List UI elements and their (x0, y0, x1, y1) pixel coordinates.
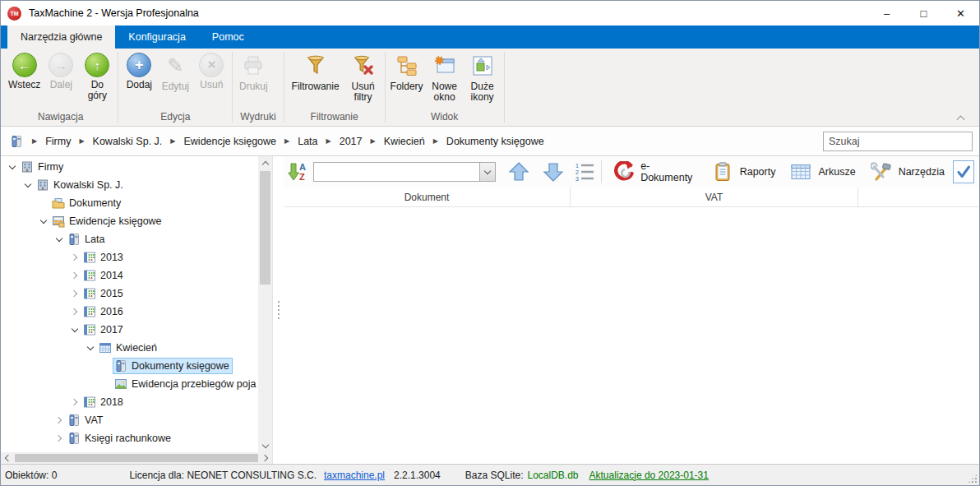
panel-splitter[interactable] (273, 156, 284, 464)
back-icon: ← (12, 53, 37, 77)
column-header-empty[interactable] (858, 187, 979, 206)
title-bar: TM TaxMachine 2 - Wersja Profesjonalna –… (1, 1, 979, 25)
arkusze-button[interactable]: Arkusze (782, 160, 862, 184)
narzedzia-button[interactable]: Narzędzia (862, 160, 951, 184)
folders-tree-icon (394, 53, 420, 79)
chevron-down-icon[interactable] (37, 215, 50, 228)
picture-icon (114, 377, 127, 391)
tree-item-dokumenty-ksiegowe[interactable]: Dokumenty księgowe (1, 357, 258, 375)
tab-pomoc[interactable]: Pomoc (199, 25, 257, 49)
breadcrumb-root-icon[interactable] (9, 134, 24, 149)
scroll-left-icon[interactable] (1, 452, 13, 464)
scroll-up-icon[interactable] (258, 156, 272, 169)
filtrowanie-button[interactable]: Filtrowanie (287, 51, 344, 92)
tree-item-firmy[interactable]: Firmy (1, 158, 258, 176)
toolbar-separator (601, 160, 602, 183)
e-dokumenty-button[interactable]: e-Dokumenty (606, 160, 703, 184)
tree-item-kwiecien[interactable]: Kwiecień (1, 339, 258, 357)
tree-item-kowalski[interactable]: Kowalski Sp. J. (1, 176, 258, 194)
tree-item-ewidencje-ksiegowe[interactable]: Ewidencje księgowe (1, 212, 258, 230)
sort-az-icon[interactable]: AZ (287, 160, 310, 184)
tree-item-2016[interactable]: 2016 (1, 303, 258, 321)
clipboard-icon (710, 160, 735, 184)
breadcrumb-firmy[interactable]: Firmy (45, 136, 71, 147)
raporty-button[interactable]: Raporty (704, 160, 783, 184)
resize-grip[interactable] (968, 474, 978, 484)
chevron-down-icon[interactable] (84, 341, 97, 354)
tree-item-2018[interactable]: 2018 (1, 393, 258, 411)
chevron-down-icon[interactable] (6, 160, 19, 174)
tree-item-ksiegi-rachunkowe[interactable]: Księgi rachunkowe (1, 429, 258, 447)
books-icon (67, 432, 81, 445)
search-input[interactable] (823, 132, 973, 151)
drukuj-button[interactable]: Drukuj (235, 51, 271, 92)
check-icon (955, 164, 972, 180)
dalej-button[interactable]: → Dalej (43, 51, 79, 90)
chevron-down-icon[interactable] (21, 178, 35, 192)
tree-item-lata[interactable]: Lata (1, 230, 258, 248)
chevron-right-icon[interactable] (68, 396, 81, 409)
chevron-right-icon[interactable] (53, 432, 66, 445)
tree-item-dokumenty[interactable]: Dokumenty (1, 194, 258, 212)
chevron-right-icon[interactable] (68, 269, 81, 282)
breadcrumb-2017[interactable]: 2017 (340, 136, 363, 147)
numbered-list-icon[interactable]: 123 (573, 160, 596, 184)
tree-vertical-scrollbar[interactable] (258, 156, 272, 452)
combobox-dropdown-icon[interactable] (479, 163, 495, 181)
content-area: Firmy Kowalski Sp. J. Dokumenty (1, 156, 979, 464)
foldery-button[interactable]: Foldery (388, 51, 426, 92)
website-link[interactable]: taxmachine.pl (324, 470, 385, 481)
chevron-right-icon[interactable] (68, 251, 81, 264)
filter-combobox[interactable] (313, 162, 496, 182)
tree-item-2017[interactable]: 2017 (1, 321, 258, 339)
close-button[interactable]: ✕ (942, 1, 979, 25)
move-up-icon[interactable] (507, 160, 530, 184)
column-header-vat[interactable]: VAT (571, 187, 858, 206)
chevron-right-icon[interactable] (68, 305, 81, 318)
chevron-down-icon[interactable] (68, 323, 81, 336)
scroll-down-icon[interactable] (258, 439, 272, 452)
scroll-right-icon[interactable] (260, 452, 272, 464)
chevron-down-icon[interactable] (53, 233, 66, 246)
minimize-button[interactable]: – (868, 1, 905, 25)
chevron-right-icon[interactable] (53, 414, 66, 427)
breadcrumb-dokumenty-ksiegowe[interactable]: Dokumenty księgowe (446, 136, 544, 147)
tree-item-label: Ewidencje księgowe (69, 215, 162, 227)
column-header-dokument[interactable]: Dokument (284, 187, 571, 206)
new-window-icon (432, 53, 458, 79)
chevron-right-icon[interactable] (68, 287, 81, 300)
button-label: Drukuj (239, 81, 268, 92)
dodaj-button[interactable]: + Dodaj (121, 51, 157, 90)
breadcrumb-lata[interactable]: Lata (298, 136, 317, 147)
breadcrumb-ewidencje[interactable]: Ewidencje księgowe (183, 136, 276, 147)
collapse-ribbon-icon[interactable] (955, 113, 966, 121)
usun-button[interactable]: × Usuń (193, 51, 229, 90)
filter-combobox-input[interactable] (314, 163, 479, 181)
tree-item-2015[interactable]: 2015 (1, 285, 258, 303)
tab-konfiguracja[interactable]: Konfiguracja (115, 25, 199, 49)
select-check-button[interactable] (953, 160, 974, 183)
document-list-area[interactable] (284, 207, 979, 464)
scrollbar-thumb[interactable] (15, 454, 258, 462)
tree-item-vat[interactable]: VAT (1, 411, 258, 429)
tree-item-2014[interactable]: 2014 (1, 266, 258, 285)
selected-tree-item[interactable]: Dokumenty księgowe (113, 358, 233, 374)
updates-link[interactable]: Aktualizacje do 2023-01-31 (589, 470, 709, 481)
do-gory-button[interactable]: ↑ Do góry (79, 51, 115, 101)
ribbon: ← Wstecz → Dalej ↑ Do góry Nawigacja + (1, 49, 979, 127)
breadcrumb-kwiecien[interactable]: Kwiecień (384, 136, 425, 147)
calendar-icon (83, 305, 96, 318)
breadcrumb-kowalski[interactable]: Kowalski Sp. J. (93, 136, 163, 147)
nowe-okno-button[interactable]: Nowe okno (426, 51, 464, 103)
tree-item-ewidencja-przebiegow[interactable]: Ewidencja przebiegów poja (1, 375, 258, 393)
duze-ikony-button[interactable]: Duże ikony (464, 51, 502, 103)
move-down-icon[interactable] (542, 160, 565, 184)
tree-item-2013[interactable]: 2013 (1, 248, 258, 266)
tab-narzedzia-glowne[interactable]: Narzędzia główne (7, 25, 115, 49)
usun-filtry-button[interactable]: Usuń filtry (344, 51, 382, 103)
scrollbar-thumb[interactable] (260, 171, 270, 285)
maximize-button[interactable]: □ (905, 1, 942, 25)
edytuj-button[interactable]: ✎ Edytuj (157, 51, 193, 92)
tree-horizontal-scrollbar[interactable] (1, 452, 272, 464)
wstecz-button[interactable]: ← Wstecz (6, 51, 43, 90)
